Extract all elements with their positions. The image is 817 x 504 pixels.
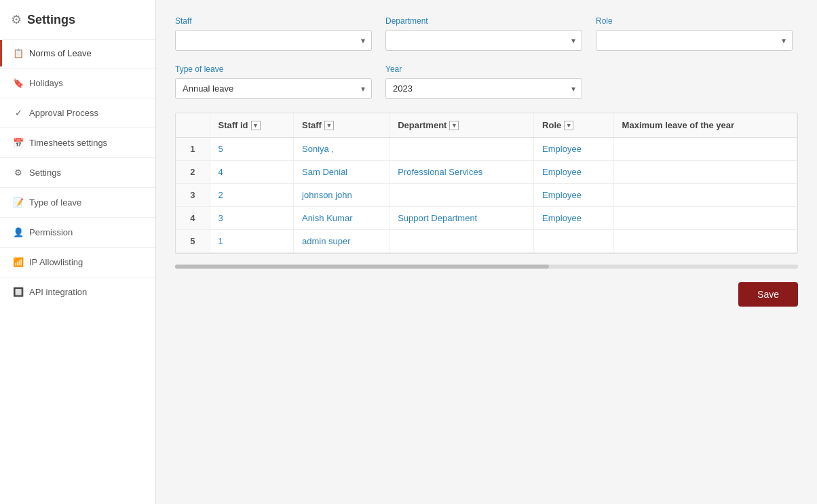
sidebar-item-permission[interactable]: 👤 Permission [0, 219, 155, 246]
th-staff: Staff ▼ [294, 113, 390, 138]
filter-group-type-of-leave: Type of leave Annual leave Sick leave Ca… [175, 64, 372, 99]
sidebar-item-label: IP Allowlisting [29, 257, 83, 267]
sidebar-item-label: Approval Process [29, 108, 98, 118]
table-row: 5 1 admin super [176, 230, 797, 253]
th-staff-id: Staff id ▼ [210, 113, 294, 138]
filter-row-2: Type of leave Annual leave Sick leave Ca… [175, 64, 798, 99]
table-header: Staff id ▼ Staff ▼ Department ▼ [176, 113, 797, 138]
row-staff-id[interactable]: 1 [210, 230, 294, 253]
role-select-wrapper: Employee Admin [596, 30, 793, 51]
sidebar-item-label: Settings [29, 168, 61, 178]
row-staff-id[interactable]: 4 [210, 161, 294, 184]
row-staff-id[interactable]: 3 [210, 207, 294, 230]
sidebar-item-ip-allowlisting[interactable]: 📶 IP Allowlisting [0, 249, 155, 275]
ip-allowlisting-icon: 📶 [13, 257, 24, 267]
row-department [390, 230, 534, 253]
staff-select-wrapper: Soniya Sam Denial johnson john Anish Kum… [175, 30, 372, 51]
staff-select[interactable]: Soniya Sam Denial johnson john Anish Kum… [175, 30, 372, 51]
norms-of-leave-icon: 📋 [13, 48, 24, 58]
year-select[interactable]: 2021 2022 2023 2024 [385, 78, 582, 99]
row-index: 1 [176, 138, 210, 161]
th-department: Department ▼ [390, 113, 534, 138]
row-staff-id[interactable]: 2 [210, 184, 294, 207]
sidebar-item-label: Type of leave [29, 197, 81, 208]
row-staff-id[interactable]: 5 [210, 138, 294, 161]
sidebar-item-type-of-leave[interactable]: 📝 Type of leave [0, 189, 155, 216]
department-filter-icon[interactable]: ▼ [449, 121, 459, 130]
row-role: Employee [534, 138, 614, 161]
year-select-wrapper: 2021 2022 2023 2024 [385, 78, 582, 99]
staff-filter-icon[interactable]: ▼ [324, 121, 334, 130]
sidebar-item-label: API integration [29, 287, 87, 297]
row-role [534, 230, 614, 253]
sidebar-divider-3 [0, 128, 155, 128]
data-table-container: Staff id ▼ Staff ▼ Department ▼ [175, 113, 798, 254]
sidebar-item-settings[interactable]: ⚙ Settings [0, 159, 155, 186]
th-max-leave: Maximum leave of the year [613, 113, 797, 138]
sidebar-item-norms-of-leave[interactable]: 📋 Norms of Leave [0, 40, 155, 66]
filter-group-department: Department Professional Services Support… [385, 16, 582, 51]
sidebar-nav: 📋 Norms of Leave 🔖 Holidays ✓ Approval P… [0, 40, 155, 504]
sidebar-divider-8 [0, 277, 155, 277]
department-filter-label: Department [385, 16, 582, 26]
save-button-container: Save [175, 282, 798, 307]
row-department[interactable]: Professional Services [390, 161, 534, 184]
sidebar-divider-1 [0, 68, 155, 69]
row-staff-name[interactable]: admin super [294, 230, 390, 253]
row-index: 5 [176, 230, 210, 253]
th-department-label: Department ▼ [398, 120, 459, 130]
filter-group-role: Role Employee Admin [596, 16, 793, 51]
scroll-indicator [175, 265, 798, 269]
sidebar-item-api-integration[interactable]: 🔲 API integration [0, 279, 155, 305]
department-select[interactable]: Professional Services Support Department [385, 30, 582, 51]
sidebar-header: ⚙ Settings [0, 0, 155, 40]
table-body: 1 5 Soniya , Employee 2 4 Sam Denial Pro… [176, 138, 797, 253]
sidebar: ⚙ Settings 📋 Norms of Leave 🔖 Holidays ✓… [0, 0, 156, 504]
settings-icon: ⚙ [13, 168, 24, 178]
sidebar-item-label: Timesheets settings [29, 138, 107, 148]
table-row: 3 2 johnson john Employee [176, 184, 797, 207]
sidebar-item-label: Norms of Leave [29, 48, 92, 58]
holidays-icon: 🔖 [13, 78, 24, 88]
row-max-leave [613, 161, 797, 184]
data-table: Staff id ▼ Staff ▼ Department ▼ [176, 113, 797, 253]
row-staff-name[interactable]: Anish Kumar [294, 207, 390, 230]
table-row: 1 5 Soniya , Employee [176, 138, 797, 161]
scroll-thumb [175, 265, 549, 269]
sidebar-item-timesheets-settings[interactable]: 📅 Timesheets settings [0, 130, 155, 156]
sidebar-item-holidays[interactable]: 🔖 Holidays [0, 70, 155, 96]
row-department [390, 138, 534, 161]
row-staff-name[interactable]: johnson john [294, 184, 390, 207]
row-staff-name[interactable]: Soniya , [294, 138, 390, 161]
save-button[interactable]: Save [738, 282, 798, 307]
approval-process-icon: ✓ [13, 108, 24, 118]
sidebar-title: Settings [27, 13, 75, 27]
sidebar-item-approval-process[interactable]: ✓ Approval Process [0, 100, 155, 126]
row-max-leave [613, 230, 797, 253]
row-role: Employee [534, 207, 614, 230]
type-of-leave-select[interactable]: Annual leave Sick leave Casual leave Mat… [175, 78, 372, 99]
role-select[interactable]: Employee Admin [596, 30, 793, 51]
staff-id-filter-icon[interactable]: ▼ [251, 121, 261, 130]
row-index: 4 [176, 207, 210, 230]
row-staff-name[interactable]: Sam Denial [294, 161, 390, 184]
sidebar-divider-6 [0, 217, 155, 218]
row-max-leave [613, 207, 797, 230]
permission-icon: 👤 [13, 227, 24, 237]
department-select-wrapper: Professional Services Support Department [385, 30, 582, 51]
role-filter-icon[interactable]: ▼ [564, 121, 573, 130]
role-filter-label: Role [596, 16, 793, 26]
filter-group-year: Year 2021 2022 2023 2024 [385, 64, 582, 99]
api-integration-icon: 🔲 [13, 287, 24, 297]
row-department [390, 184, 534, 207]
row-department[interactable]: Support Department [390, 207, 534, 230]
row-role: Employee [534, 184, 614, 207]
settings-gear-icon: ⚙ [11, 12, 22, 27]
sidebar-item-label: Holidays [29, 78, 63, 88]
table-row: 2 4 Sam Denial Professional Services Emp… [176, 161, 797, 184]
main-content: Staff Soniya Sam Denial johnson john Ani… [156, 0, 817, 504]
th-staff-id-label: Staff id ▼ [218, 120, 261, 130]
sidebar-divider-7 [0, 247, 155, 248]
sidebar-divider-4 [0, 157, 155, 158]
row-index: 2 [176, 161, 210, 184]
